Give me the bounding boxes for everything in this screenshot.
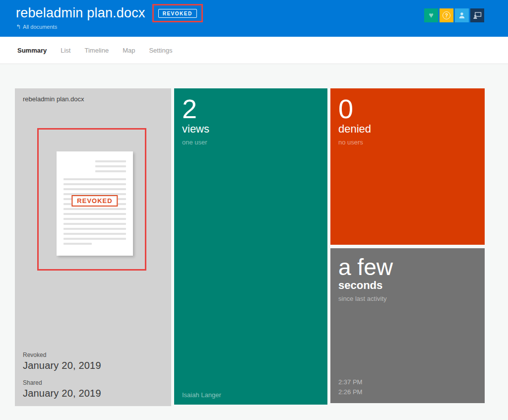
document-preview-tile[interactable]: rebeladmin plan.docx REVOKED Revoke bbox=[15, 88, 171, 406]
document-dates: Revoked January 20, 2019 Shared January … bbox=[23, 351, 101, 399]
document-header-lines bbox=[64, 160, 126, 172]
activity-times: 2:37 PM 2:26 PM bbox=[338, 377, 362, 397]
views-count: 2 bbox=[182, 95, 319, 123]
tab-summary[interactable]: Summary bbox=[17, 47, 47, 54]
views-label: views bbox=[182, 123, 319, 136]
document-body-lines bbox=[64, 178, 126, 245]
help-button[interactable]: ? bbox=[440, 8, 453, 22]
presentation-button[interactable] bbox=[470, 8, 484, 22]
activity-value: a few bbox=[338, 255, 477, 279]
denied-tile[interactable]: 0 denied no users bbox=[330, 88, 485, 245]
app-header: rebeladmin plan.docx REVOKED ↰ All docum… bbox=[0, 0, 508, 37]
activity-sublabel: since last activity bbox=[338, 295, 477, 302]
document-title: rebeladmin plan.docx bbox=[23, 95, 163, 103]
tab-map[interactable]: Map bbox=[123, 47, 135, 54]
right-tile-column: 0 denied no users a few seconds since la… bbox=[330, 88, 485, 406]
page-title: rebeladmin plan.docx bbox=[16, 5, 145, 21]
activity-time-2: 2:26 PM bbox=[338, 387, 362, 397]
help-icon: ? bbox=[443, 11, 450, 19]
revoked-date: January 20, 2019 bbox=[23, 360, 101, 371]
denied-label: denied bbox=[338, 123, 477, 136]
views-tile[interactable]: 2 views one user Isaiah Langer bbox=[174, 88, 327, 405]
denied-sublabel: no users bbox=[338, 139, 477, 146]
status-badge: REVOKED bbox=[158, 9, 197, 18]
profile-button[interactable] bbox=[455, 8, 469, 22]
tab-list[interactable]: List bbox=[61, 47, 70, 54]
breadcrumb-label: All documents bbox=[23, 24, 57, 30]
tab-timeline[interactable]: Timeline bbox=[84, 47, 109, 54]
annotation-box-preview: REVOKED bbox=[37, 128, 146, 271]
summary-tiles: rebeladmin plan.docx REVOKED Revoke bbox=[15, 88, 485, 406]
activity-time-1: 2:37 PM bbox=[338, 377, 362, 387]
revoked-stamp: REVOKED bbox=[71, 195, 118, 207]
breadcrumb[interactable]: ↰ All documents bbox=[16, 24, 203, 30]
views-sublabel: one user bbox=[182, 139, 319, 146]
tab-bar: Summary List Timeline Map Settings bbox=[0, 37, 508, 64]
tab-settings[interactable]: Settings bbox=[149, 47, 172, 54]
navigate-up-icon: ↰ bbox=[16, 24, 21, 30]
feedback-heart-button[interactable]: ♥ bbox=[424, 8, 438, 22]
presentation-icon bbox=[472, 10, 482, 20]
revoked-label: Revoked bbox=[23, 351, 101, 358]
shared-label: Shared bbox=[23, 379, 101, 386]
document-thumbnail: REVOKED bbox=[57, 151, 133, 256]
person-icon bbox=[457, 11, 466, 20]
activity-label: seconds bbox=[338, 279, 477, 292]
views-footer-user: Isaiah Langer bbox=[182, 391, 221, 399]
annotation-box-badge: REVOKED bbox=[152, 4, 203, 22]
heart-icon: ♥ bbox=[429, 11, 434, 19]
header-icon-bar: ♥ ? bbox=[424, 8, 484, 22]
shared-date: January 20, 2019 bbox=[23, 388, 101, 399]
denied-count: 0 bbox=[338, 95, 477, 123]
last-activity-tile[interactable]: a few seconds since last activity 2:37 P… bbox=[330, 248, 485, 403]
